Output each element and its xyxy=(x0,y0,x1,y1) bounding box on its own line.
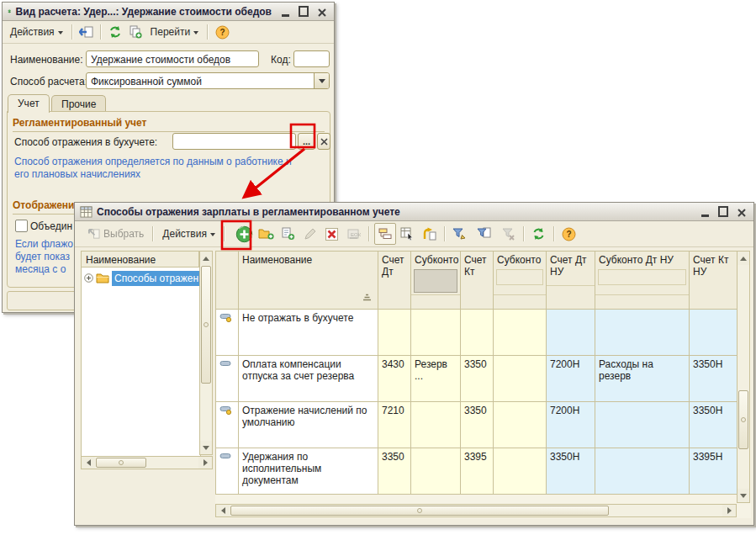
window-title: Способы отражения зарплаты в регламентир… xyxy=(97,206,400,218)
filter-by-value-button[interactable] xyxy=(472,224,497,244)
help-icon[interactable]: ? xyxy=(213,23,231,41)
reflection-methods-titlebar[interactable]: Способы отражения зарплаты в регламентир… xyxy=(75,203,753,221)
table-horizontal-scrollbar[interactable] xyxy=(215,504,737,517)
groups-tree: Способы отражен xyxy=(81,267,201,457)
subkonto-slot xyxy=(598,269,686,285)
maximize-icon[interactable] xyxy=(718,207,728,217)
sort-icon xyxy=(362,294,373,302)
scroll-down-icon[interactable] xyxy=(200,441,212,454)
scroll-right-icon[interactable] xyxy=(198,457,212,469)
scroll-down-icon[interactable] xyxy=(737,489,749,502)
scroll-left-icon[interactable] xyxy=(82,457,95,469)
select-button[interactable]: Выбрать xyxy=(83,226,148,241)
row-icon-cell[interactable] xyxy=(216,448,239,495)
minimize-icon[interactable] xyxy=(700,207,710,217)
column-name[interactable]: Наименование xyxy=(239,252,378,310)
filter-sort-button[interactable] xyxy=(450,224,470,244)
reflection-choose-button[interactable]: ... xyxy=(298,133,315,150)
refresh-button[interactable] xyxy=(529,224,549,244)
calc-method-select[interactable]: Фиксированной суммой xyxy=(86,72,330,89)
column-subkonto-dt-nu[interactable]: Субконто Дт НУ xyxy=(595,252,690,310)
item-icon xyxy=(219,358,232,368)
column-row-icon[interactable] xyxy=(216,252,239,310)
table-vertical-scrollbar[interactable] xyxy=(737,251,750,503)
calc-type-titlebar[interactable]: Вид расчета: Удер...: Удержание стоимост… xyxy=(3,3,334,21)
hierarchy-icon xyxy=(378,227,392,241)
column-schet-dt[interactable]: Счет Дт xyxy=(378,252,411,310)
table-row[interactable]: Оплата компенсации отпуска за счет резер… xyxy=(216,356,737,402)
combine-checkbox[interactable] xyxy=(15,220,28,232)
move-to-group-button[interactable] xyxy=(420,224,440,244)
actions-menu-button[interactable]: Действия xyxy=(6,24,67,40)
scroll-thumb[interactable] xyxy=(738,390,748,449)
list-settings-button[interactable] xyxy=(398,224,418,244)
close-icon[interactable] xyxy=(317,7,327,17)
deletion-mark-button[interactable]: ЕОК xyxy=(344,224,364,244)
scroll-up-icon[interactable] xyxy=(737,252,749,265)
reports-hint-line1: Если флажо xyxy=(15,238,73,251)
column-subkonto-kt[interactable]: Субконто xyxy=(494,252,547,310)
table-row[interactable]: Не отражать в бухучете xyxy=(216,310,737,356)
column-schet-dt-nu[interactable]: Счет Дт НУ xyxy=(547,252,595,310)
table-row[interactable]: Удержания по исполнительным документам 3… xyxy=(216,448,737,495)
hierarchy-view-button[interactable] xyxy=(374,223,396,245)
row-icon-cell[interactable] xyxy=(216,402,239,448)
column-schet-kt-nu[interactable]: Счет Кт НУ xyxy=(690,252,737,310)
row-icon-cell[interactable] xyxy=(216,310,239,356)
filter-value-icon xyxy=(477,227,491,241)
tab-uchet[interactable]: Учет xyxy=(8,94,50,113)
scroll-left-icon[interactable] xyxy=(216,505,230,516)
name-input[interactable]: Удержание стоимости обедов xyxy=(86,50,259,67)
add-item-button[interactable] xyxy=(235,224,255,244)
scroll-thumb[interactable] xyxy=(230,506,609,516)
row-icon-cell[interactable] xyxy=(216,356,239,402)
list-cursor-icon xyxy=(400,227,415,241)
table-row[interactable]: Отражение начислений по умолчанию 7210 3… xyxy=(216,402,737,448)
scroll-thumb[interactable] xyxy=(201,266,211,384)
reread-icon[interactable] xyxy=(106,23,124,41)
filter-settings-icon xyxy=(452,227,467,241)
clear-filter-button[interactable] xyxy=(499,224,519,244)
actions-menu-button[interactable]: Действия xyxy=(158,226,219,241)
item-icon xyxy=(219,451,232,461)
reports-hint-line2: будет показ xyxy=(15,251,70,263)
tab-prochie[interactable]: Прочие xyxy=(51,95,106,112)
reflection-clear-icon[interactable] xyxy=(317,133,330,150)
copy-item-button[interactable] xyxy=(278,224,299,244)
code-input[interactable] xyxy=(293,50,330,67)
copy-item-icon[interactable] xyxy=(126,23,145,41)
goto-menu-button[interactable]: Перейти xyxy=(146,24,204,40)
reflection-method-input[interactable] xyxy=(172,133,296,150)
help-button[interactable]: ? xyxy=(559,224,579,244)
add-group-button[interactable] xyxy=(256,224,277,244)
add-group-icon xyxy=(258,227,274,241)
close-icon[interactable] xyxy=(737,207,747,217)
delete-item-button[interactable] xyxy=(322,224,342,244)
scroll-right-icon[interactable] xyxy=(722,505,736,516)
scroll-thumb[interactable] xyxy=(96,458,146,468)
edit-item-button[interactable] xyxy=(300,224,320,244)
svg-text:ЕОК: ЕОК xyxy=(351,232,361,237)
clear-filter-icon xyxy=(501,227,515,241)
refresh-icon xyxy=(531,227,546,241)
minimize-icon[interactable] xyxy=(280,7,290,17)
tree-column-header[interactable]: Наименование xyxy=(81,251,199,268)
expand-icon[interactable] xyxy=(84,273,93,283)
deletion-mark-icon: ЕОК xyxy=(346,228,361,241)
tree-horizontal-scrollbar[interactable] xyxy=(81,456,213,469)
write-and-close-icon[interactable] xyxy=(77,23,96,41)
combine-checkbox-label: Объедин xyxy=(30,220,72,232)
chevron-down-icon[interactable] xyxy=(314,73,329,88)
predefined-item-icon xyxy=(219,405,232,415)
svg-text:?: ? xyxy=(219,28,225,37)
maximize-icon[interactable] xyxy=(299,7,309,17)
reflection-hint: Способ отражения определяется по данным … xyxy=(14,156,299,181)
column-subkonto-dt[interactable]: Субконто xyxy=(411,252,461,310)
move-arrow-icon xyxy=(422,227,436,241)
reflection-method-label: Способ отражения в бухучете: xyxy=(14,136,157,148)
tree-vertical-scrollbar[interactable] xyxy=(199,251,213,455)
scroll-up-icon[interactable] xyxy=(200,252,212,265)
column-schet-kt[interactable]: Счет Кт xyxy=(461,252,494,310)
tree-item-root[interactable]: Способы отражен xyxy=(84,270,199,286)
svg-text:?: ? xyxy=(567,230,572,239)
